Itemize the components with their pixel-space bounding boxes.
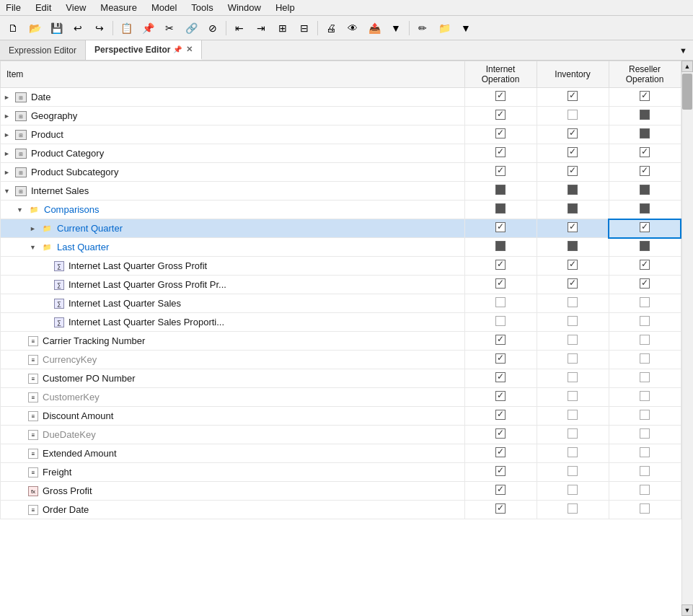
check-cell[interactable] <box>609 369 681 388</box>
table-row[interactable]: ►⊞Product Category <box>1 144 681 163</box>
checkbox[interactable] <box>640 203 650 214</box>
checkbox[interactable] <box>495 428 506 439</box>
table-row[interactable]: ≡Freight <box>1 463 681 482</box>
check-cell[interactable] <box>464 219 537 238</box>
expand-arrow[interactable]: ► <box>4 150 12 157</box>
check-cell[interactable] <box>537 407 609 426</box>
expand-arrow[interactable]: ► <box>4 169 12 176</box>
toolbar-new[interactable]: 🗋 <box>3 19 23 38</box>
checkbox[interactable] <box>640 447 650 457</box>
check-cell[interactable] <box>609 126 681 144</box>
check-cell[interactable] <box>537 294 609 313</box>
table-row[interactable]: ►📁Current Quarter <box>1 219 681 238</box>
expand-arrow[interactable]: ► <box>4 131 12 138</box>
checkbox[interactable] <box>640 391 650 401</box>
table-row[interactable]: fxGross Profit <box>1 482 681 501</box>
checkbox[interactable] <box>640 128 650 138</box>
checkbox[interactable] <box>495 278 506 289</box>
toolbar-cut[interactable]: ✂ <box>159 19 180 38</box>
check-cell[interactable] <box>609 482 681 501</box>
check-cell[interactable] <box>464 482 537 501</box>
toolbar-connect[interactable]: 🔗 <box>181 19 201 38</box>
toolbar-save[interactable]: 💾 <box>46 19 66 38</box>
check-cell[interactable] <box>537 332 609 351</box>
checkbox[interactable] <box>640 241 650 251</box>
check-cell[interactable] <box>609 463 681 482</box>
check-cell[interactable] <box>537 238 609 257</box>
check-cell[interactable] <box>537 219 609 238</box>
check-cell[interactable] <box>537 276 609 294</box>
check-cell[interactable] <box>464 444 537 463</box>
toolbar-folder-open[interactable]: 📁 <box>434 19 454 38</box>
check-cell[interactable] <box>609 182 681 201</box>
table-row[interactable]: ∑Internet Last Quarter Sales <box>1 294 681 313</box>
check-cell[interactable] <box>609 163 681 182</box>
expand-arrow[interactable]: ▼ <box>4 188 12 195</box>
check-cell[interactable] <box>464 88 537 107</box>
checkbox[interactable] <box>640 316 650 326</box>
check-cell[interactable] <box>537 126 609 144</box>
checkbox[interactable] <box>568 278 578 289</box>
check-cell[interactable] <box>609 501 681 519</box>
scrollbar-up-btn[interactable]: ▲ <box>681 61 693 72</box>
expand-arrow[interactable]: ► <box>30 225 38 232</box>
menu-file[interactable]: File <box>3 1 24 14</box>
checkbox[interactable] <box>640 110 650 120</box>
check-cell[interactable] <box>609 144 681 163</box>
checkbox[interactable] <box>568 353 578 364</box>
checkbox[interactable] <box>495 353 506 364</box>
table-row[interactable]: ►⊞Product Subcategory <box>1 163 681 182</box>
check-cell[interactable] <box>464 238 537 257</box>
toolbar-align-right[interactable]: ⇥ <box>251 19 271 38</box>
checkbox[interactable] <box>640 485 650 495</box>
check-cell[interactable] <box>609 388 681 407</box>
menu-window[interactable]: Window <box>225 1 264 14</box>
checkbox[interactable] <box>640 353 650 364</box>
checkbox[interactable] <box>568 297 578 307</box>
checkbox[interactable] <box>495 410 506 420</box>
checkbox[interactable] <box>495 372 506 382</box>
toolbar-cmd2[interactable]: ⊟ <box>294 19 314 38</box>
table-row[interactable]: ≡Customer PO Number <box>1 369 681 388</box>
table-row[interactable]: ▼📁Last Quarter <box>1 238 681 257</box>
checkbox[interactable] <box>568 260 578 270</box>
check-cell[interactable] <box>537 163 609 182</box>
toolbar-align-left[interactable]: ⇤ <box>229 19 250 38</box>
check-cell[interactable] <box>609 276 681 294</box>
checkbox[interactable] <box>495 316 506 326</box>
menu-tools[interactable]: Tools <box>188 1 216 14</box>
checkbox[interactable] <box>640 147 650 157</box>
checkbox[interactable] <box>640 91 650 101</box>
check-cell[interactable] <box>464 407 537 426</box>
checkbox[interactable] <box>495 147 506 157</box>
check-cell[interactable] <box>464 388 537 407</box>
check-cell[interactable] <box>464 463 537 482</box>
check-cell[interactable] <box>609 407 681 426</box>
checkbox[interactable] <box>495 91 506 101</box>
check-cell[interactable] <box>464 163 537 182</box>
toolbar-copy[interactable]: 📋 <box>116 19 136 38</box>
checkbox[interactable] <box>568 410 578 420</box>
checkbox[interactable] <box>640 428 650 439</box>
checkbox[interactable] <box>495 503 506 514</box>
check-cell[interactable] <box>537 201 609 219</box>
toolbar-paste[interactable]: 📌 <box>138 19 158 38</box>
check-cell[interactable] <box>609 294 681 313</box>
check-cell[interactable] <box>464 257 537 276</box>
expand-arrow[interactable]: ▼ <box>30 244 38 251</box>
table-row[interactable]: ≡Order Date <box>1 501 681 519</box>
menu-edit[interactable]: Edit <box>32 1 54 14</box>
checkbox[interactable] <box>568 91 578 101</box>
check-cell[interactable] <box>609 88 681 107</box>
check-cell[interactable] <box>609 107 681 126</box>
checkbox[interactable] <box>568 428 578 439</box>
check-cell[interactable] <box>464 351 537 369</box>
check-cell[interactable] <box>537 388 609 407</box>
toolbar-folder-dropdown[interactable]: ▼ <box>456 19 476 38</box>
checkbox[interactable] <box>495 203 506 214</box>
check-cell[interactable] <box>464 276 537 294</box>
checkbox[interactable] <box>495 185 506 195</box>
table-row[interactable]: ∑Internet Last Quarter Sales Proporti... <box>1 313 681 332</box>
check-cell[interactable] <box>537 426 609 444</box>
checkbox[interactable] <box>640 278 650 289</box>
